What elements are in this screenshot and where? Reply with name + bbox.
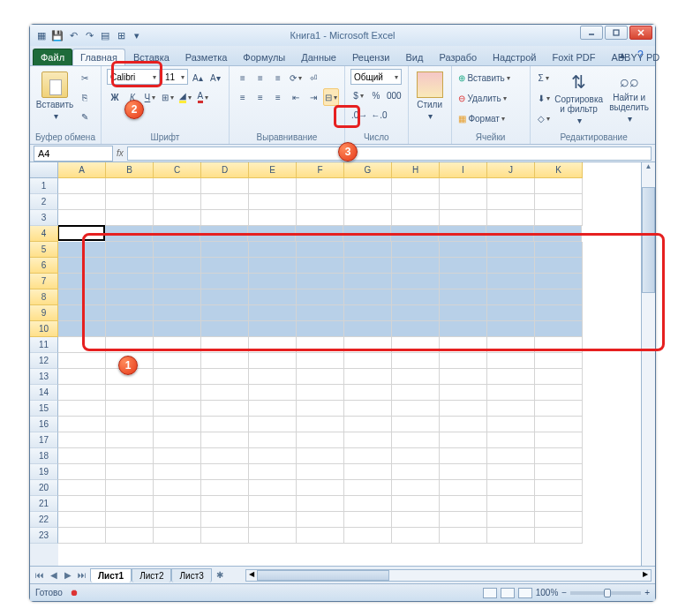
cell[interactable] — [392, 385, 440, 401]
cell[interactable] — [154, 194, 201, 210]
column-header[interactable]: A — [58, 162, 106, 178]
cell[interactable] — [392, 321, 440, 337]
view-break-icon[interactable] — [518, 588, 532, 598]
cell[interactable] — [487, 274, 535, 289]
cell[interactable] — [440, 417, 487, 432]
cell[interactable] — [249, 289, 297, 305]
cell[interactable] — [154, 528, 201, 544]
cell[interactable] — [535, 194, 583, 210]
cell[interactable] — [154, 417, 201, 432]
cell[interactable] — [440, 464, 487, 480]
redo-icon[interactable]: ↷ — [83, 29, 95, 41]
row-header[interactable]: 16 — [30, 417, 58, 432]
cell[interactable] — [392, 528, 440, 544]
horizontal-scroll-thumb[interactable] — [257, 570, 389, 581]
cell[interactable] — [249, 496, 297, 512]
cell[interactable] — [439, 226, 486, 242]
cell[interactable] — [106, 464, 154, 480]
comma-button[interactable]: 000 — [386, 86, 403, 104]
cell[interactable] — [154, 512, 201, 528]
cell[interactable] — [154, 496, 201, 512]
tab-надстрой[interactable]: Надстрой — [485, 49, 544, 65]
cell[interactable] — [154, 178, 201, 194]
cell[interactable] — [296, 226, 343, 242]
cell[interactable] — [297, 194, 344, 210]
cell[interactable] — [392, 448, 440, 464]
decrease-font-button[interactable]: A▾ — [207, 69, 223, 86]
tab-формулы[interactable]: Формулы — [235, 49, 293, 65]
cell[interactable] — [201, 258, 249, 274]
row-header[interactable]: 18 — [30, 448, 58, 464]
cell[interactable] — [154, 448, 201, 464]
cell[interactable] — [201, 369, 249, 385]
cell[interactable] — [487, 258, 535, 274]
cell[interactable] — [106, 480, 154, 496]
cell[interactable] — [487, 464, 535, 480]
cell[interactable] — [58, 305, 106, 321]
cell[interactable] — [487, 210, 535, 226]
cell[interactable] — [201, 178, 249, 194]
cell[interactable] — [106, 321, 154, 337]
cell[interactable] — [297, 401, 344, 417]
orientation-button[interactable]: ⟳▾ — [288, 69, 304, 86]
cell[interactable] — [58, 480, 106, 496]
cell[interactable] — [106, 305, 154, 321]
zoom-slider[interactable] — [570, 591, 641, 595]
cell[interactable] — [297, 274, 344, 289]
cell[interactable] — [487, 242, 535, 258]
cell[interactable] — [106, 401, 154, 417]
cell[interactable] — [392, 432, 440, 448]
sheet-nav-prev-icon[interactable]: ◀ — [48, 569, 60, 582]
row-header[interactable]: 20 — [30, 480, 58, 496]
tab-главная[interactable]: Главная — [72, 49, 125, 65]
cell[interactable] — [201, 448, 249, 464]
cell[interactable] — [344, 512, 392, 528]
paste-button[interactable]: Вставить▾ — [35, 69, 74, 124]
cell[interactable] — [154, 369, 201, 385]
cell[interactable] — [154, 385, 201, 401]
row-header[interactable]: 8 — [30, 289, 58, 305]
cell[interactable] — [392, 369, 440, 385]
macro-record-icon[interactable]: ⏺ — [70, 588, 79, 597]
name-box[interactable]: A4 — [34, 146, 113, 162]
row-header[interactable]: 23 — [30, 528, 58, 544]
cell[interactable] — [249, 432, 297, 448]
cell[interactable] — [487, 353, 535, 369]
wrap-text-button[interactable]: ⏎ — [305, 69, 321, 86]
cell[interactable] — [201, 337, 249, 353]
cell[interactable] — [297, 210, 344, 226]
fx-icon[interactable]: fx — [117, 148, 124, 158]
ribbon-minimize-icon[interactable]: ▴ — [620, 49, 632, 61]
tab-вставка[interactable]: Вставка — [125, 49, 177, 65]
cell[interactable] — [201, 401, 249, 417]
cell[interactable] — [535, 242, 583, 258]
cell[interactable] — [487, 194, 535, 210]
cell[interactable] — [297, 321, 344, 337]
cell[interactable] — [249, 512, 297, 528]
cell[interactable] — [106, 178, 154, 194]
cell[interactable] — [535, 528, 583, 544]
format-painter-button[interactable]: ✎ — [77, 108, 93, 125]
cell[interactable] — [487, 480, 535, 496]
qat-icon2[interactable]: ⊞ — [115, 29, 127, 41]
cell[interactable] — [249, 528, 297, 544]
cell[interactable] — [440, 305, 487, 321]
increase-decimal-button[interactable]: .0→ — [350, 106, 368, 124]
cell[interactable] — [201, 496, 249, 512]
format-cells-button[interactable]: ▦ Формат▾ — [457, 109, 524, 127]
cell[interactable] — [58, 496, 106, 512]
cell[interactable] — [106, 496, 154, 512]
cell[interactable] — [440, 528, 487, 544]
cell[interactable] — [58, 417, 106, 432]
cell[interactable] — [154, 321, 201, 337]
cell[interactable] — [297, 337, 344, 353]
cell[interactable] — [58, 337, 106, 353]
cell[interactable] — [106, 194, 154, 210]
view-layout-icon[interactable] — [501, 588, 515, 598]
cell[interactable] — [249, 353, 297, 369]
cell[interactable] — [58, 274, 106, 289]
cell[interactable] — [201, 242, 249, 258]
cell[interactable] — [249, 321, 297, 337]
align-middle-button[interactable]: ≡ — [252, 69, 268, 86]
cell-grid[interactable] — [58, 178, 641, 544]
